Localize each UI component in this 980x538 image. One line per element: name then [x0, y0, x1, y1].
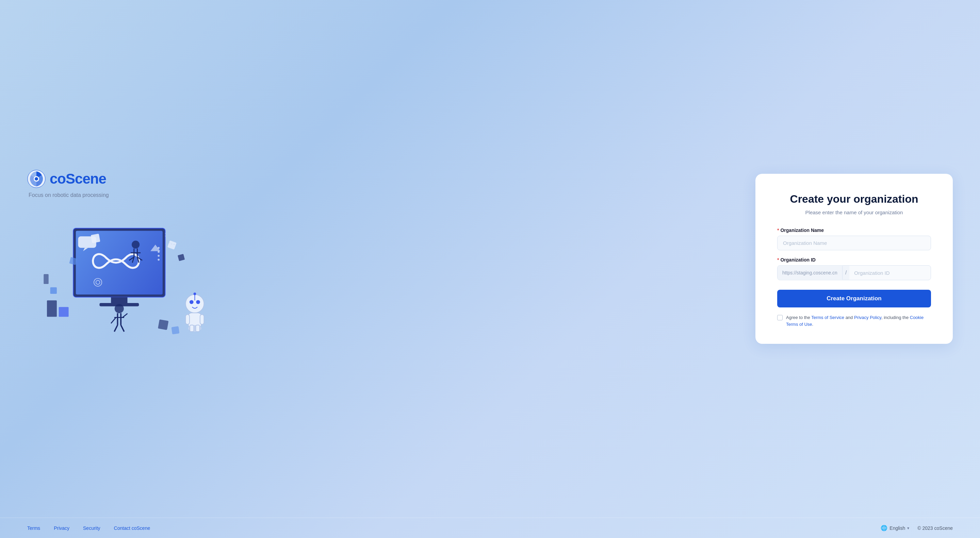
- privacy-policy-link[interactable]: Privacy Policy: [854, 315, 881, 320]
- svg-rect-15: [178, 254, 185, 261]
- form-card: Create your organization Please enter th…: [756, 174, 953, 344]
- svg-point-30: [194, 292, 196, 295]
- svg-point-37: [158, 247, 159, 249]
- svg-point-16: [132, 241, 140, 249]
- org-name-input[interactable]: [777, 236, 931, 250]
- svg-point-40: [158, 259, 159, 261]
- logo-text: coScene: [50, 171, 106, 187]
- terms-text: Agree to the Terms of Service and Privac…: [786, 314, 931, 327]
- svg-rect-28: [196, 325, 200, 332]
- org-id-prefix: https://staging.coscene.cn: [778, 266, 843, 279]
- form-subtitle: Please enter the name of your organizati…: [777, 209, 931, 215]
- copyright: © 2023 coScene: [917, 525, 953, 531]
- org-id-label: * Organization ID: [777, 257, 931, 263]
- terms-checkbox[interactable]: [777, 315, 783, 321]
- org-id-input[interactable]: [850, 266, 931, 280]
- logo-area: coScene: [27, 170, 106, 188]
- svg-point-21: [189, 300, 194, 305]
- svg-point-38: [158, 251, 159, 253]
- org-id-row: https://staging.coscene.cn /: [777, 265, 931, 280]
- footer-nav: Terms Privacy Security Contact coScene: [27, 525, 150, 531]
- language-label: English: [889, 525, 905, 531]
- svg-rect-33: [158, 319, 169, 330]
- svg-rect-34: [171, 326, 179, 334]
- illustration-svg: [27, 208, 218, 346]
- tagline: Focus on robotic data processing: [29, 192, 109, 198]
- svg-rect-14: [167, 240, 177, 250]
- footer-contact-link[interactable]: Contact coScene: [114, 525, 150, 531]
- org-id-field-group: * Organization ID https://staging.coscen…: [777, 257, 931, 280]
- create-org-button[interactable]: Create Organization: [777, 290, 931, 308]
- svg-point-35: [68, 333, 95, 346]
- terms-of-service-link[interactable]: Terms of Service: [811, 315, 844, 320]
- form-panel: Create your organization Please enter th…: [756, 174, 953, 344]
- left-panel: coScene Focus on robotic data processing: [27, 170, 742, 348]
- terms-row: Agree to the Terms of Service and Privac…: [777, 314, 931, 327]
- svg-rect-11: [43, 274, 48, 284]
- org-name-label: * Organization Name: [777, 227, 931, 233]
- svg-point-22: [196, 300, 200, 305]
- org-id-slash: /: [843, 266, 850, 280]
- language-selector[interactable]: 🌐 English ▾: [881, 525, 909, 531]
- footer-privacy-link[interactable]: Privacy: [54, 525, 69, 531]
- svg-rect-31: [78, 236, 96, 248]
- org-name-field-group: * Organization Name: [777, 227, 931, 250]
- svg-rect-6: [111, 297, 127, 304]
- globe-icon: 🌐: [881, 525, 888, 531]
- svg-point-17: [115, 304, 124, 313]
- svg-rect-27: [190, 325, 194, 332]
- svg-rect-10: [50, 287, 57, 294]
- illustration: [27, 208, 218, 348]
- chevron-down-icon: ▾: [907, 526, 909, 530]
- svg-rect-8: [47, 301, 57, 317]
- org-name-required-marker: *: [777, 227, 779, 233]
- svg-point-36: [165, 225, 185, 245]
- footer: Terms Privacy Security Contact coScene 🌐…: [0, 517, 980, 538]
- svg-rect-25: [200, 314, 204, 324]
- svg-point-39: [158, 255, 159, 257]
- footer-security-link[interactable]: Security: [83, 525, 100, 531]
- svg-rect-24: [185, 314, 189, 324]
- org-id-required-marker: *: [777, 257, 779, 263]
- footer-terms-link[interactable]: Terms: [27, 525, 40, 531]
- svg-rect-9: [59, 307, 69, 317]
- form-title: Create your organization: [777, 193, 931, 205]
- svg-point-2: [35, 177, 38, 181]
- footer-right: 🌐 English ▾ © 2023 coScene: [881, 525, 953, 531]
- coscene-logo-icon: [27, 170, 46, 188]
